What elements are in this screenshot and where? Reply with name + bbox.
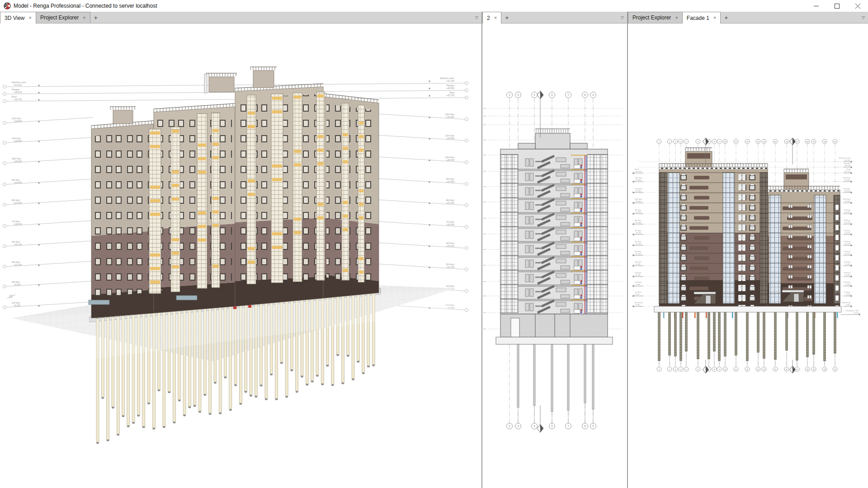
window-controls [806,0,868,12]
svg-text:+26.900: +26.900 [14,160,22,163]
tab-close-icon[interactable]: × [713,15,716,20]
svg-text:15: 15 [774,369,776,371]
svg-text:+29.850: +29.850 [14,140,22,142]
section-drawing-viewport[interactable]: 3344556677889911 [482,23,628,488]
maximize-button[interactable] [826,0,847,12]
svg-text:-2.950: -2.950 [635,304,640,306]
facade-drawing-canvas: 1122334455667788991010111112121313141415… [628,23,867,488]
svg-text:+18.050: +18.050 [446,223,454,226]
tab-list-dropdown-icon[interactable]: ▽ [621,15,627,20]
tab-project-explorer[interactable]: Project Explorer× [36,12,90,23]
svg-text:+3.300: +3.300 [845,283,851,286]
svg-text:4: 4 [680,369,681,371]
svg-text:+6.250: +6.250 [14,304,21,307]
svg-text:+12.150: +12.150 [635,253,642,255]
svg-text:5: 5 [686,369,687,371]
minimize-button[interactable] [806,0,826,12]
svg-text:+23.950: +23.950 [844,211,850,213]
svg-text:+29.850: +29.850 [635,190,642,192]
svg-text:+15.100: +15.100 [14,243,22,246]
svg-text:+26.900: +26.900 [844,200,850,202]
svg-text:+23.950: +23.950 [635,211,642,213]
svg-text:+15.100: +15.100 [446,244,454,247]
svg-text:9: 9 [719,369,720,371]
close-button[interactable] [847,0,868,12]
tab-facade-1[interactable]: Facade 1× [682,12,721,23]
3d-view-canvas: Machine room+41.300Parapet+38.500Roof+35… [0,23,481,488]
section-drawing-canvas: 3344556677889911 [482,23,627,488]
svg-text:+21.000: +21.000 [446,202,454,204]
tab-list-dropdown-icon[interactable]: ▽ [475,15,481,20]
svg-text:17: 17 [796,369,798,371]
svg-text:14: 14 [763,369,765,371]
svg-text:11: 11 [735,369,737,371]
tab-list-dropdown-icon[interactable]: ▽ [862,15,868,20]
tab-2[interactable]: 2× [482,12,501,23]
svg-text:+18.050: +18.050 [635,232,642,234]
svg-text:+41.300: +41.300 [844,159,850,161]
svg-text:12: 12 [746,369,748,371]
svg-text:+21.000: +21.000 [14,202,22,204]
svg-text:20: 20 [824,369,826,371]
tab-close-icon[interactable]: × [675,15,678,20]
svg-text:2: 2 [792,367,793,369]
svg-text:+9.200: +9.200 [845,263,851,265]
svg-text:+32.800: +32.800 [844,179,850,181]
tab-3d-view[interactable]: 3D View× [0,12,36,23]
svg-text:+12.150: +12.150 [446,266,454,268]
svg-text:+21.000: +21.000 [635,221,642,224]
tab-label: 3D View [5,15,24,21]
svg-text:3: 3 [675,369,676,371]
svg-text:+38.500: +38.500 [14,91,22,94]
svg-text:+23.950: +23.950 [14,181,22,184]
svg-text:18: 18 [807,369,808,371]
workspace: Machine room+41.300Parapet+38.500Roof+35… [0,23,868,488]
svg-text:+38.500: +38.500 [446,87,454,89]
svg-text:2: 2 [792,139,793,141]
svg-text:+15.100: +15.100 [635,243,642,245]
tab-close-icon[interactable]: × [28,15,31,20]
svg-text:+12.150: +12.150 [844,253,850,255]
svg-text:6: 6 [698,141,698,143]
svg-text:0.000: 0.000 [635,293,640,296]
svg-text:+32.800: +32.800 [14,120,22,122]
facade-drawing-viewport[interactable]: 1122334455667788991010111112121313141415… [628,23,868,488]
svg-text:11: 11 [735,141,737,143]
svg-text:+26.900: +26.900 [446,159,454,161]
svg-text:21: 21 [834,141,836,143]
svg-text:+26.900: +26.900 [635,200,642,202]
tab-project-explorer[interactable]: Project Explorer× [628,12,683,23]
svg-text:8: 8 [714,141,715,143]
tab-close-icon[interactable]: × [494,15,497,20]
svg-text:6: 6 [698,369,698,371]
new-tab-button[interactable]: + [501,14,513,21]
3d-viewport[interactable]: Machine room+41.300Parapet+38.500Roof+35… [0,23,482,488]
svg-text:+35.750: +35.750 [844,170,850,173]
svg-text:2: 2 [669,141,670,143]
svg-text:+29.850: +29.850 [844,190,850,192]
svg-text:15: 15 [774,141,776,143]
new-tab-button[interactable]: + [90,14,102,21]
svg-text:+6.250: +6.250 [845,274,851,276]
svg-text:+35.750: +35.750 [14,98,22,101]
svg-text:13: 13 [757,141,759,143]
renga-logo-icon [4,2,11,9]
svg-text:+35.750: +35.750 [635,170,642,173]
middle-pane-tabstrip: 2×+▽ [482,12,628,23]
tab-label: Project Explorer [40,14,79,21]
svg-text:+18.050: +18.050 [14,223,22,225]
svg-text:+6.250: +6.250 [635,274,641,276]
svg-text:+41.300: +41.300 [446,80,454,82]
svg-text:16: 16 [786,141,788,143]
svg-text:13: 13 [757,369,759,371]
svg-text:+9.200: +9.200 [635,263,641,265]
svg-text:4: 4 [680,141,681,143]
svg-text:+12.150: +12.150 [14,263,22,266]
new-tab-button[interactable]: + [720,14,732,21]
svg-text:+21.000: +21.000 [844,221,850,224]
svg-text:1: 1 [659,369,660,371]
svg-text:1: 1 [705,139,706,141]
svg-text:+35.750: +35.750 [446,94,454,97]
svg-text:9: 9 [719,141,720,143]
tab-close-icon[interactable]: × [83,15,85,20]
